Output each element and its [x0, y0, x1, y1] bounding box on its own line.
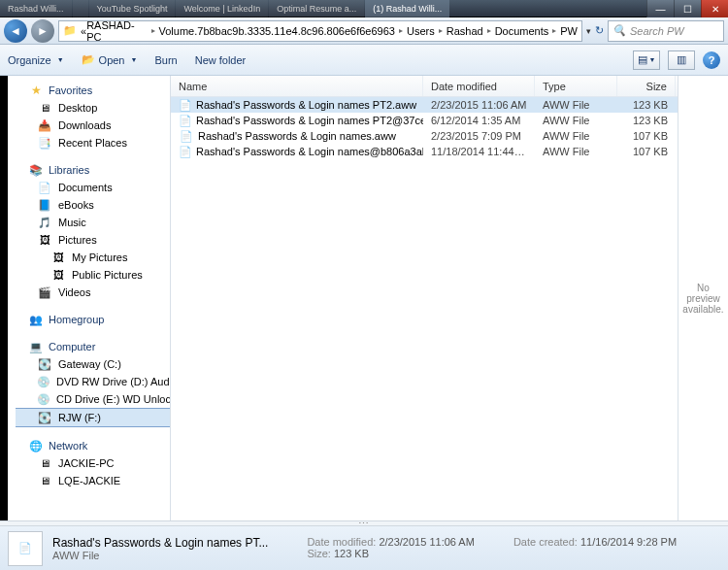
search-icon: 🔍	[612, 24, 626, 37]
sidebar-item-pictures[interactable]: Pictures	[16, 231, 170, 249]
music-icon	[37, 216, 52, 229]
window-titlebar: Rashad Willi... YouTube Spotlight Welcom…	[0, 0, 728, 17]
column-name[interactable]: Name	[171, 76, 423, 96]
details-modified: 2/23/2015 11:06 AM	[379, 536, 474, 548]
browser-tab[interactable]	[73, 0, 88, 17]
sidebar-item-downloads[interactable]: Downloads	[16, 117, 170, 134]
file-icon	[179, 98, 192, 112]
file-name: Rashad's Passwords & Login names PT2.aww	[196, 99, 416, 111]
file-date: 11/18/2014 11:44 AM	[423, 146, 535, 157]
view-options-button[interactable]: ▤▼	[633, 50, 660, 70]
breadcrumb-sep: ▸	[151, 26, 155, 35]
file-row[interactable]: Rashad's Passwords & Login names@b806a3a…	[171, 144, 678, 159]
browser-tab[interactable]: YouTube Spotlight	[89, 0, 176, 17]
star-icon	[28, 84, 44, 97]
breadcrumb-item[interactable]: RASHAD-PC	[86, 20, 147, 42]
forward-button[interactable]: ►	[31, 19, 54, 43]
sidebar-item-pc-jackie[interactable]: JACKIE-PC	[16, 454, 170, 472]
maximize-button[interactable]: ☐	[674, 0, 701, 17]
file-type: AWW File	[535, 146, 617, 157]
desktop-icon	[37, 101, 52, 115]
file-date: 6/12/2014 1:35 AM	[423, 115, 535, 126]
document-icon	[37, 181, 52, 194]
drive-icon	[37, 357, 52, 371]
history-dropdown[interactable]: ▾	[586, 26, 591, 36]
details-size-label: Size:	[307, 548, 330, 559]
sidebar-item-my-pictures[interactable]: My Pictures	[16, 249, 170, 266]
browser-tab[interactable]: Welcome | LinkedIn	[176, 0, 268, 17]
sidebar-item-documents[interactable]: Documents	[16, 179, 170, 196]
sidebar-item-public-pictures[interactable]: Public Pictures	[16, 266, 170, 284]
browser-tab[interactable]: (1) Rashad Willi...	[365, 0, 449, 17]
pictures-icon	[50, 268, 66, 282]
minimize-button[interactable]: —	[646, 0, 674, 17]
breadcrumb-item[interactable]: Rashad	[447, 25, 483, 37]
sidebar-item-desktop[interactable]: Desktop	[16, 99, 170, 117]
sidebar-item-drive-f[interactable]: RJW (F:)	[16, 408, 170, 427]
libraries-group[interactable]: Libraries	[16, 161, 170, 179]
details-filename: Rashad's Passwords & Login names PT...	[52, 536, 268, 550]
chevron-down-icon: ▼	[131, 56, 138, 63]
burn-button[interactable]: Burn	[154, 54, 177, 66]
sidebar-item-drive-c[interactable]: Gateway (C:)	[16, 355, 170, 373]
new-folder-button[interactable]: New folder	[195, 54, 247, 66]
pictures-icon	[37, 233, 52, 247]
details-filetype: AWW File	[52, 550, 268, 561]
breadcrumb-item[interactable]: Users	[407, 25, 435, 37]
sidebar-item-dvd-drive[interactable]: DVD RW Drive (D:) Audio CD	[16, 373, 170, 390]
homegroup-group[interactable]: Homegroup	[16, 311, 170, 328]
homegroup-icon	[28, 313, 44, 326]
file-row[interactable]: Rashad's Passwords & Login names.aww2/23…	[171, 128, 678, 144]
help-button[interactable]: ?	[703, 51, 720, 69]
file-icon	[17, 542, 33, 555]
file-icon	[179, 145, 192, 158]
file-row[interactable]: Rashad's Passwords & Login names PT2@37c…	[171, 113, 678, 128]
column-date[interactable]: Date modified	[423, 76, 535, 96]
file-name: Rashad's Passwords & Login names PT2@37c…	[196, 115, 423, 126]
chevron-down-icon: ▼	[57, 56, 64, 63]
sidebar-item-music[interactable]: Music	[16, 214, 170, 231]
breadcrumb-item[interactable]: PW	[560, 25, 578, 37]
column-type[interactable]: Type	[535, 76, 617, 96]
file-size: 123 KB	[617, 99, 676, 111]
ebook-icon	[37, 198, 52, 212]
pictures-icon	[50, 251, 66, 264]
recent-icon	[37, 136, 52, 150]
close-button[interactable]: ✕	[701, 0, 728, 17]
favorites-group[interactable]: Favorites	[16, 82, 170, 99]
preview-pane-button[interactable]: ▥	[668, 50, 695, 70]
browser-tab[interactable]: Optimal Resume a...	[269, 0, 364, 17]
sidebar-item-cd-drive[interactable]: CD Drive (E:) WD Unlocker	[16, 390, 170, 408]
breadcrumb-item[interactable]: Volume.7b8bac9b.3335.11e4.8c96.806e6f6e6…	[159, 25, 395, 37]
drive-icon	[37, 411, 52, 424]
details-created-label: Date created:	[513, 536, 578, 548]
column-size[interactable]: Size	[617, 76, 676, 96]
preview-icon: ▥	[677, 53, 686, 66]
refresh-button[interactable]: ↻	[595, 24, 604, 37]
network-group[interactable]: Network	[16, 437, 170, 454]
organize-button[interactable]: Organize▼	[8, 54, 64, 66]
search-input[interactable]: 🔍 Search PW	[608, 20, 724, 42]
file-row[interactable]: Rashad's Passwords & Login names PT2.aww…	[171, 97, 678, 113]
breadcrumb-item[interactable]: Documents	[495, 25, 549, 37]
computer-group[interactable]: Computer	[16, 338, 170, 355]
breadcrumb-sep: ▸	[487, 26, 491, 35]
sidebar-item-pc-lqe[interactable]: LQE-JACKIE	[16, 472, 170, 489]
breadcrumb-sep: ▸	[399, 26, 403, 35]
toolbar: Organize▼ 📂Open▼ Burn New folder ▤▼ ▥ ?	[0, 45, 728, 76]
file-type: AWW File	[535, 115, 617, 126]
file-icon	[179, 129, 194, 143]
browser-tab[interactable]: Rashad Willi...	[0, 0, 72, 17]
folder-icon: 📁	[63, 24, 77, 37]
library-icon	[28, 163, 44, 177]
open-button[interactable]: 📂Open▼	[82, 53, 138, 66]
details-modified-label: Date modified:	[307, 536, 376, 548]
left-edge	[0, 76, 8, 520]
sidebar-item-recent[interactable]: Recent Places	[16, 134, 170, 151]
file-date: 2/23/2015 11:06 AM	[423, 99, 535, 111]
file-name: Rashad's Passwords & Login names@b806a3a…	[196, 146, 423, 157]
breadcrumb[interactable]: 📁 « RASHAD-PC▸ Volume.7b8bac9b.3335.11e4…	[58, 20, 582, 42]
back-button[interactable]: ◄	[4, 19, 27, 43]
sidebar-item-videos[interactable]: Videos	[16, 284, 170, 301]
sidebar-item-ebooks[interactable]: eBooks	[16, 196, 170, 214]
